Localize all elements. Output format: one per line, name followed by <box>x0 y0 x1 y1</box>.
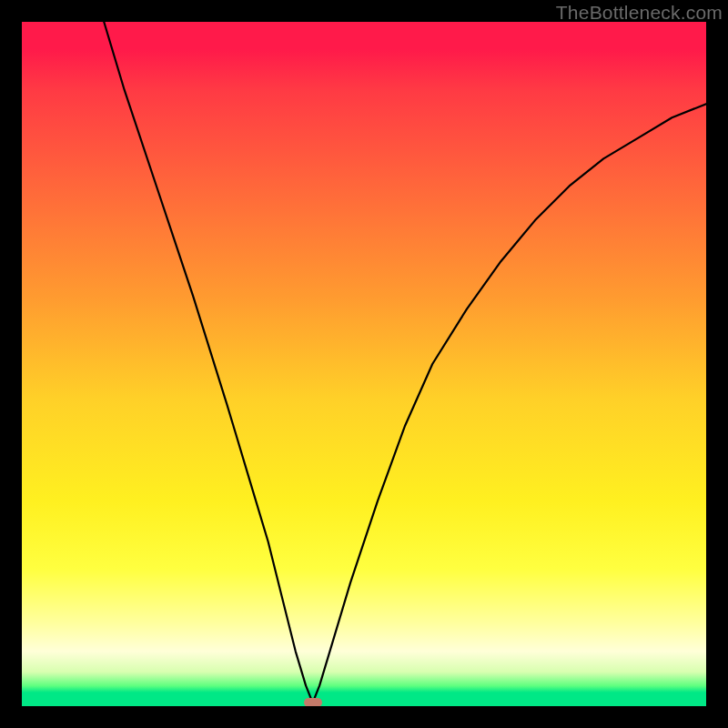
plot-area <box>22 22 706 706</box>
optimal-point-marker <box>304 698 322 706</box>
chart-frame: TheBottleneck.com <box>0 0 728 728</box>
bottleneck-curve <box>22 22 706 706</box>
watermark-text: TheBottleneck.com <box>556 2 723 24</box>
